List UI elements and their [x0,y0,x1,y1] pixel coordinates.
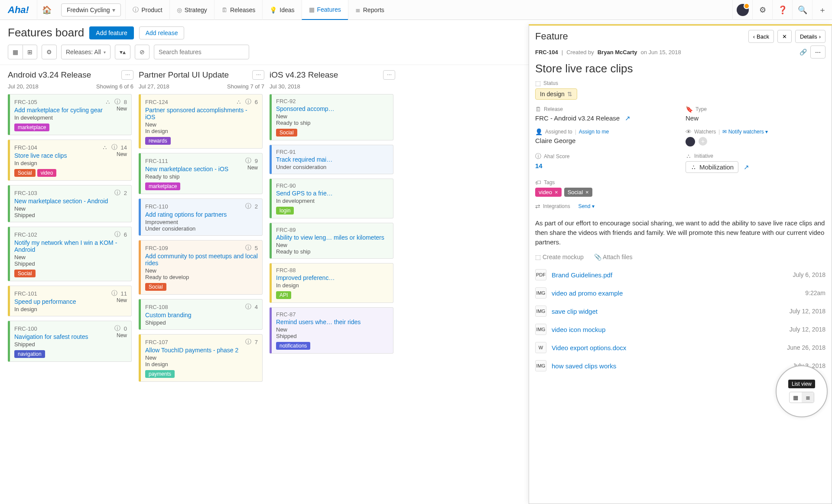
nav-releases[interactable]: 🗓Releases [214,0,262,20]
create-mockup-link[interactable]: ⬚ Create mockup [535,254,584,260]
back-button[interactable]: ‹ Back [748,30,774,43]
board-settings-icon[interactable]: ⚙ [42,45,57,59]
card-name[interactable]: Sponsored accomp… [276,105,389,112]
status-select[interactable]: In design ⇅ [535,88,577,100]
attachment-row[interactable]: IMGvideo icon mockupJuly 12, 2018 [535,320,826,338]
settings-icon[interactable]: ⚙ [752,0,772,20]
card-name[interactable]: Ability to view leng… miles or kilometer… [276,234,389,241]
feature-card[interactable]: FRC-110ⓘ2Add rating options for partners… [139,198,263,236]
notify-watchers-link[interactable]: ✉ Notify watchers ▾ [722,129,768,135]
add-icon[interactable]: ＋ [812,0,832,20]
add-watcher-button[interactable]: + [699,137,707,146]
card-name[interactable]: Remind users whe… their rides [276,319,389,325]
home-icon[interactable]: 🏠 [37,0,57,20]
file-name[interactable]: Video export options.docx [552,344,782,351]
remove-tag-icon[interactable]: × [585,189,589,195]
column-menu-button[interactable]: ⋯ [121,70,133,80]
tag-pill[interactable]: video × [535,188,562,197]
more-menu-button[interactable]: ⋯ [810,46,826,59]
file-name[interactable]: save clip widget [552,308,784,315]
created-on: on Jun 15, 2018 [641,49,681,55]
nav-reports[interactable]: ≣Reports [348,0,391,20]
column-menu-button[interactable]: ⋯ [252,70,264,80]
attachment-row[interactable]: IMGvideo ad promo example9:22am [535,284,826,302]
file-name[interactable]: video icon mockup [552,326,784,333]
feature-card[interactable]: FRC-111ⓘ9New marketplace section - iOSNe… [139,153,263,194]
attachment-row[interactable]: WVideo export options.docxJune 26, 2018 [535,338,826,357]
feature-card[interactable]: FRC-89Ability to view leng… miles or kil… [270,223,393,259]
card-name[interactable]: Store live race clips [14,152,113,159]
search-icon[interactable]: 🔍 [792,0,812,20]
user-avatar[interactable] [732,0,752,20]
feature-card[interactable]: FRC-109ⓘ5Add community to post meetups a… [139,240,263,295]
attach-files-link[interactable]: 📎 Attach files [594,254,633,260]
link-icon[interactable]: 🔗 [800,49,807,55]
file-name[interactable]: video ad promo example [552,289,800,297]
feature-card[interactable]: FRC-108ⓘ4Custom brandingShipped [139,299,263,330]
card-name[interactable]: Improved preferenc… [276,274,389,281]
feature-description[interactable]: As part of our effort to encourage socia… [535,218,826,247]
feature-card[interactable]: FRC-92Sponsored accomp…NewReady to shipS… [270,94,393,140]
card-name[interactable]: Track required mai… [276,156,389,163]
send-integration-link[interactable]: Send ▾ [578,203,594,209]
nav-strategy[interactable]: ◎Strategy [169,0,214,20]
card-name[interactable]: Partner sponsored accomplishments - iOS [145,107,258,120]
card-name[interactable]: New marketplace section - iOS [145,166,244,172]
tags-container[interactable]: video ×Social × [535,188,675,197]
feature-card[interactable]: FRC-105⛬ⓘ8Add marketplace for cycling ge… [8,94,132,135]
feature-card[interactable]: FRC-101ⓘ11Speed up performanceNewIn desi… [8,286,132,316]
remove-tag-icon[interactable]: × [555,189,558,195]
attachment-row[interactable]: IMGhow saved clips worksJuly 3, 2018 [535,357,826,375]
attachment-row[interactable]: IMGsave clip widgetJuly 12, 2018 [535,302,826,320]
watcher-avatar[interactable] [686,137,695,146]
card-name[interactable]: Add rating options for partners [145,211,258,218]
feature-card[interactable]: FRC-87Remind users whe… their ridesNewSh… [270,307,393,354]
card-name[interactable]: Allow TouchID payments - phase 2 [145,347,258,354]
nav-ideas[interactable]: 💡Ideas [262,0,301,20]
feature-card[interactable]: FRC-90Send GPS to a frie…In developmentl… [270,179,393,218]
card-name[interactable]: Send GPS to a frie… [276,190,389,197]
nav-product[interactable]: ⓘProduct [125,0,169,20]
feature-title[interactable]: Store live race clips [529,62,832,80]
file-name[interactable]: Brand Guidelines.pdf [552,271,788,279]
assign-to-me-link[interactable]: Assign to me [579,129,609,135]
help-icon[interactable]: ❓ [772,0,792,20]
grid-view-icon[interactable]: ▦ [790,392,802,403]
clear-filter-icon[interactable]: ⊘ [135,45,150,59]
details-button[interactable]: Details › [795,30,826,43]
workspace-select[interactable]: Fredwin Cycling ▾ [61,3,121,16]
filter-icon[interactable]: ▾▴ [115,45,130,59]
score-value[interactable]: 14 [535,162,543,169]
card-name[interactable]: Add marketplace for cycling gear [14,107,113,114]
search-features-input[interactable] [154,45,249,59]
feature-card[interactable]: FRC-100ⓘ0Navigation for safest routesNew… [8,321,132,362]
card-name[interactable]: Navigation for safest routes [14,333,113,340]
releases-filter[interactable]: Releases: All [61,45,110,59]
card-name[interactable]: Custom branding [145,312,258,319]
feature-card[interactable]: FRC-88Improved preferenc…In designAPI [270,263,393,303]
feature-card[interactable]: FRC-103ⓘ2New marketplace section - Andro… [8,185,132,222]
add-feature-button[interactable]: Add feature [89,26,133,39]
list-view-icon[interactable]: ≣ [802,392,814,403]
feature-card[interactable]: FRC-104⛬ⓘ14Store live race clipsNewIn de… [8,140,132,181]
tag-pill[interactable]: Social × [564,188,592,197]
column-menu-button[interactable]: ⋯ [383,70,395,80]
initiative-pill[interactable]: ⛬ Mobilization [686,161,738,173]
add-release-button[interactable]: Add release [139,26,185,39]
card-name[interactable]: Notify my network when I win a KOM - And… [14,239,127,253]
feature-card[interactable]: FRC-102ⓘ6Notify my network when I win a … [8,227,132,281]
attachment-row[interactable]: PDFBrand Guidelines.pdfJuly 6, 2018 [535,266,826,284]
feature-card[interactable]: FRC-107ⓘ7Allow TouchID payments - phase … [139,334,263,382]
view-board-icon[interactable]: ▦ [8,45,23,59]
nav-features[interactable]: ▦Features [302,0,348,20]
view-grid-icon[interactable]: ⊞ [23,45,37,59]
card-name[interactable]: Add community to post meetups and local … [145,253,258,267]
feature-card[interactable]: FRC-91Track required mai…Under considera… [270,145,393,174]
card-name[interactable]: New marketplace section - Android [14,198,127,205]
close-button[interactable]: ✕ [777,30,792,43]
release-open-icon[interactable]: ↗ [625,114,630,122]
initiative-open-icon[interactable]: ↗ [744,163,749,171]
feature-card[interactable]: FRC-124⛬ⓘ6Partner sponsored accomplishme… [139,94,263,149]
file-name[interactable]: how saved clips works [552,362,788,370]
card-name[interactable]: Speed up performance [14,298,113,305]
